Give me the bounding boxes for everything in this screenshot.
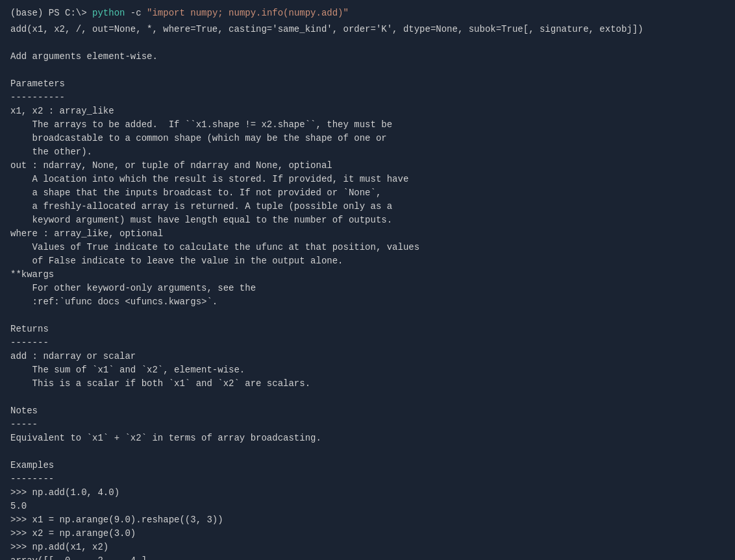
param-x1x2-desc1: The arrays to be added. If ``x1.shape !=… [10,118,725,132]
param-x1x2-desc3: the other). [10,145,725,159]
section-examples: Examples [10,459,725,472]
section-params: Parameters [10,77,725,91]
section-notes: Notes [10,404,725,418]
section-returns: Returns [10,323,725,336]
param-out-desc3: a freshly-allocated array is returned. A… [10,200,725,213]
param-x1x2-desc2: broadcastable to a common shape (which m… [10,132,725,145]
param-kwargs-name: **kwargs [10,268,725,282]
sep-notes: ----- [10,418,725,432]
notes-desc1: Equivalent to `x1` + `x2` in terms of ar… [10,432,725,445]
ex4-prompt: >>> np.add(x1, x2) [10,541,725,554]
ex2-prompt: >>> x1 = np.arange(9.0).reshape((3, 3)) [10,513,725,527]
param-kwargs-desc2: :ref:`ufunc docs <ufuncs.kwargs>`. [10,295,725,309]
cmd-string: "import numpy; numpy.info(numpy.add)" [147,8,349,18]
empty-1 [10,36,725,50]
sep-examples: -------- [10,472,725,486]
return-add-name: add : ndarray or scalar [10,350,725,363]
ex1-result: 5.0 [10,500,725,513]
empty-4 [10,391,725,404]
python-cmd: python [92,8,125,18]
param-where-desc1: Values of True indicate to calculate the… [10,241,725,254]
ex1-prompt: >>> np.add(1.0, 4.0) [10,486,725,500]
ex4-result1: array([[ 0., 2., 4.], [10,554,725,560]
param-out-name: out : ndarray, None, or tuple of ndarray… [10,159,725,173]
param-out-desc2: a shape that the inputs broadcast to. If… [10,186,725,200]
return-add-desc1: The sum of `x1` and `x2`, element-wise. [10,363,725,377]
sep-returns: ------- [10,336,725,350]
param-x1x2-name: x1, x2 : array_like [10,104,725,118]
desc-line: Add arguments element-wise. [10,50,725,64]
prompt-base: (base) PS C:\> [10,8,87,18]
empty-3 [10,309,725,323]
empty-2 [10,64,725,77]
signature-line: add(x1, x2, /, out=None, *, where=True, … [10,23,725,36]
terminal: (base) PS C:\> python -c "import numpy; … [10,6,725,560]
param-where-name: where : array_like, optional [10,227,725,241]
param-kwargs-desc1: For other keyword-only arguments, see th… [10,282,725,295]
param-where-desc2: of False indicate to leave the value in … [10,254,725,268]
cmd-flag: -c [125,8,147,18]
command-line: (base) PS C:\> python -c "import numpy; … [10,6,725,20]
sep-params: ---------- [10,91,725,104]
return-add-desc2: This is a scalar if both `x1` and `x2` a… [10,377,725,391]
ex3-prompt: >>> x2 = np.arange(3.0) [10,527,725,541]
param-out-desc1: A location into which the result is stor… [10,173,725,186]
empty-5 [10,445,725,459]
param-out-desc4: keyword argument) must have length equal… [10,213,725,227]
